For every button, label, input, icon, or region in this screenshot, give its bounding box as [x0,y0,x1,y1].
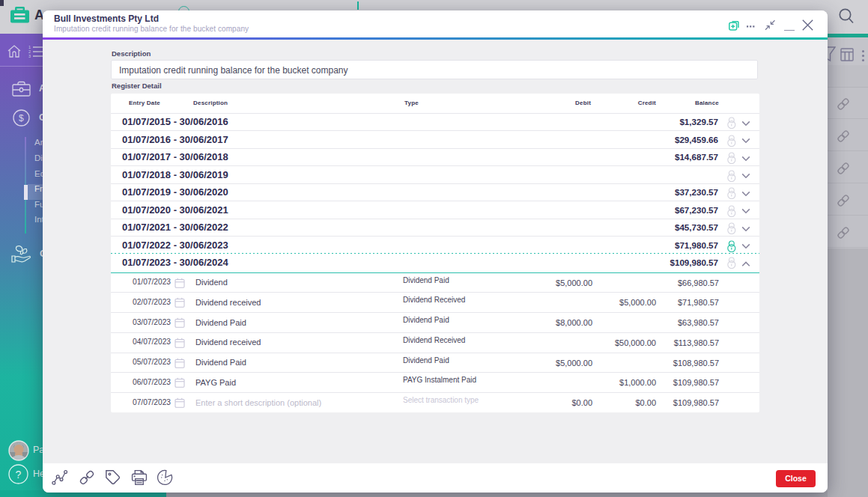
svg-text:$: $ [19,113,24,124]
svg-text:?: ? [16,469,22,481]
svg-text:3: 3 [28,54,31,58]
